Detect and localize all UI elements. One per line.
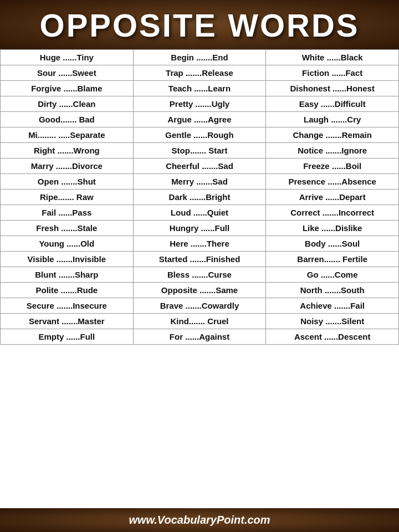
cell-16-1: Brave .......Cowardly xyxy=(133,298,266,314)
cell-17-2: Noisy .......Silent xyxy=(266,314,399,329)
cell-5-0: Mi........ .....Separate xyxy=(1,127,134,143)
cell-14-0: Blunt .......Sharp xyxy=(1,267,134,283)
footer-url: www.VocabularyPoint.com xyxy=(129,514,270,526)
cell-11-1: Hungry ......Full xyxy=(133,221,266,236)
cell-14-2: Go ......Come xyxy=(266,267,399,283)
table-row: Marry .......DivorceCheerful .......SadF… xyxy=(1,158,399,174)
cell-6-1: Stop....... Start xyxy=(133,143,266,158)
cell-12-1: Here .......There xyxy=(133,236,266,252)
cell-12-0: Young ......Old xyxy=(1,236,134,252)
cell-13-0: Visible .......Invisible xyxy=(1,252,134,267)
cell-10-0: Fail ......Pass xyxy=(1,205,134,221)
table-row: Open .......ShutMerry .......SadPresence… xyxy=(1,174,399,190)
table-row: Secure .......InsecureBrave .......Cowar… xyxy=(1,298,399,314)
opposite-words-table: Huge ......TinyBegin .......EndWhite ...… xyxy=(0,49,399,345)
table-row: Ripe....... RawDark .......BrightArrive … xyxy=(1,190,399,205)
cell-13-1: Started .......Finished xyxy=(133,252,266,267)
cell-2-2: Dishonest ......Honest xyxy=(266,81,399,96)
table-row: Good....... BadArgue ......AgreeLaugh ..… xyxy=(1,112,399,127)
page-title: OPPOSITE WORDS xyxy=(4,7,395,44)
cell-11-0: Fresh .......Stale xyxy=(1,221,134,236)
cell-12-2: Body ......Soul xyxy=(266,236,399,252)
cell-1-1: Trap .......Release xyxy=(133,65,266,81)
cell-8-0: Open .......Shut xyxy=(1,174,134,190)
cell-13-2: Barren....... Fertile xyxy=(266,252,399,267)
table-row: Huge ......TinyBegin .......EndWhite ...… xyxy=(1,50,399,65)
cell-9-0: Ripe....... Raw xyxy=(1,190,134,205)
cell-0-0: Huge ......Tiny xyxy=(1,50,134,65)
cell-18-1: For ......Against xyxy=(133,329,266,345)
cell-14-1: Bless .......Curse xyxy=(133,267,266,283)
table-row: Fail ......PassLoud ......QuietCorrect .… xyxy=(1,205,399,221)
cell-17-1: Kind....... Cruel xyxy=(133,314,266,329)
cell-4-1: Argue ......Agree xyxy=(133,112,266,127)
cell-17-0: Servant .......Master xyxy=(1,314,134,329)
cell-4-0: Good....... Bad xyxy=(1,112,134,127)
table-row: Polite .......RudeOpposite .......SameNo… xyxy=(1,283,399,298)
cell-10-1: Loud ......Quiet xyxy=(133,205,266,221)
table-row: Empty ......FullFor ......AgainstAscent … xyxy=(1,329,399,345)
cell-15-0: Polite .......Rude xyxy=(1,283,134,298)
cell-8-1: Merry .......Sad xyxy=(133,174,266,190)
cell-3-2: Easy ......Difficult xyxy=(266,96,399,112)
cell-18-0: Empty ......Full xyxy=(1,329,134,345)
cell-3-1: Pretty .......Ugly xyxy=(133,96,266,112)
cell-16-0: Secure .......Insecure xyxy=(1,298,134,314)
cell-5-2: Change .......Remain xyxy=(266,127,399,143)
cell-3-0: Dirty ......Clean xyxy=(1,96,134,112)
cell-2-1: Teach ......Learn xyxy=(133,81,266,96)
cell-9-2: Arrive ......Depart xyxy=(266,190,399,205)
cell-8-2: Presence ......Absence xyxy=(266,174,399,190)
table-row: Visible .......InvisibleStarted .......F… xyxy=(1,252,399,267)
cell-15-2: North .......South xyxy=(266,283,399,298)
cell-1-2: Fiction ......Fact xyxy=(266,65,399,81)
cell-6-0: Right .......Wrong xyxy=(1,143,134,158)
cell-18-2: Ascent ......Descent xyxy=(266,329,399,345)
cell-1-0: Sour ......Sweet xyxy=(1,65,134,81)
page-footer: www.VocabularyPoint.com xyxy=(0,508,399,532)
cell-7-1: Cheerful .......Sad xyxy=(133,158,266,174)
table-row: Mi........ .....SeparateGentle ......Rou… xyxy=(1,127,399,143)
cell-4-2: Laugh .......Cry xyxy=(266,112,399,127)
cell-7-2: Freeze ......Boil xyxy=(266,158,399,174)
cell-10-2: Correct .......Incorrect xyxy=(266,205,399,221)
cell-9-1: Dark .......Bright xyxy=(133,190,266,205)
table-row: Forgive ......BlameTeach ......LearnDish… xyxy=(1,81,399,96)
table-row: Dirty ......CleanPretty .......UglyEasy … xyxy=(1,96,399,112)
cell-11-2: Like ......Dislike xyxy=(266,221,399,236)
page-header: OPPOSITE WORDS xyxy=(0,0,399,49)
cell-2-0: Forgive ......Blame xyxy=(1,81,134,96)
table-row: Fresh .......StaleHungry ......FullLike … xyxy=(1,221,399,236)
cell-5-1: Gentle ......Rough xyxy=(133,127,266,143)
table-row: Young ......OldHere .......ThereBody ...… xyxy=(1,236,399,252)
table-row: Servant .......MasterKind....... CruelNo… xyxy=(1,314,399,329)
cell-6-2: Notice .......Ignore xyxy=(266,143,399,158)
cell-0-2: White ......Black xyxy=(266,50,399,65)
table-row: Blunt .......SharpBless .......CurseGo .… xyxy=(1,267,399,283)
cell-16-2: Achieve .......Fail xyxy=(266,298,399,314)
cell-15-1: Opposite .......Same xyxy=(133,283,266,298)
content-table: Huge ......TinyBegin .......EndWhite ...… xyxy=(0,49,399,508)
cell-7-0: Marry .......Divorce xyxy=(1,158,134,174)
table-row: Right .......WrongStop....... StartNotic… xyxy=(1,143,399,158)
cell-0-1: Begin .......End xyxy=(133,50,266,65)
table-row: Sour ......SweetTrap .......ReleaseFicti… xyxy=(1,65,399,81)
